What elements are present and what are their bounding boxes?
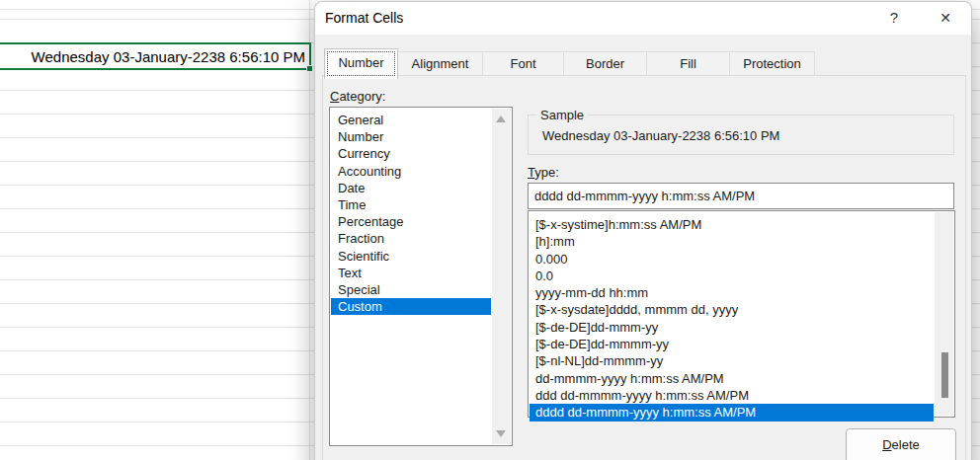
cell-value: Wednesday 03-January-2238 6:56:10 PM	[32, 48, 305, 65]
tab-fill[interactable]: Fill	[646, 51, 730, 76]
scroll-up-icon[interactable]	[496, 115, 506, 122]
tab-border[interactable]: Border	[563, 51, 647, 76]
category-item[interactable]: Date	[331, 180, 491, 196]
type-item[interactable]: [$-nl-NL]dd-mmmm-yy	[530, 352, 953, 369]
help-icon[interactable]: ?	[877, 2, 911, 34]
type-item[interactable]: [$-de-DE]dd-mmm-yy	[530, 319, 953, 336]
fill-handle[interactable]	[306, 65, 313, 72]
type-item[interactable]: [$-de-DE]dd-mmmm-yy	[530, 336, 953, 352]
category-scrollbar[interactable]	[492, 109, 511, 444]
category-item[interactable]: Percentage	[331, 213, 491, 230]
type-item[interactable]: [$-x-sysdate]dddd, mmmm dd, yyyy	[530, 301, 953, 318]
selected-cell[interactable]: Wednesday 03-January-2238 6:56:10 PM	[0, 42, 311, 70]
category-item[interactable]: Scientific	[331, 248, 491, 265]
tab-alignment[interactable]: Alignment	[397, 51, 483, 76]
sample-groupbox: Sample Wednesday 03-January-2238 6:56:10…	[528, 115, 954, 155]
category-item-selected[interactable]: Custom	[331, 298, 491, 315]
type-listbox: [$-x-systime]h:mm:ss AM/PM [h]:mm 0.000 …	[528, 210, 955, 418]
category-item[interactable]: Accounting	[331, 163, 491, 180]
category-item[interactable]: Special	[331, 281, 491, 298]
dialog-title: Format Cells	[325, 2, 403, 34]
type-item[interactable]: yyyy-mm-dd hh:mm	[530, 284, 953, 301]
type-item[interactable]: [h]:mm	[530, 233, 953, 250]
type-item[interactable]: ddd dd-mmmm-yyyy h:mm:ss AM/PM	[530, 387, 953, 404]
type-item[interactable]: 0.000	[530, 251, 953, 268]
tab-font[interactable]: Font	[482, 51, 564, 76]
scroll-down-icon[interactable]	[496, 430, 506, 437]
category-item[interactable]: Currency	[331, 145, 491, 162]
type-input[interactable]	[528, 183, 954, 209]
category-item[interactable]: Text	[331, 265, 491, 281]
tab-number[interactable]: Number	[324, 48, 398, 79]
category-listbox: General Number Currency Accounting Date …	[329, 107, 513, 446]
delete-button[interactable]: Delete	[846, 428, 956, 460]
type-item[interactable]: [$-x-systime]h:mm:ss AM/PM	[530, 216, 953, 233]
category-item[interactable]: Fraction	[331, 230, 491, 247]
format-cells-dialog: Format Cells ? ✕ Number Alignment Font B…	[314, 1, 972, 460]
tab-protection[interactable]: Protection	[729, 51, 815, 76]
type-scrollbar-thumb[interactable]	[941, 352, 948, 398]
type-item[interactable]: 0.0	[530, 268, 953, 284]
close-icon[interactable]: ✕	[929, 2, 962, 34]
type-label: Type:	[528, 165, 559, 180]
tab-strip: Number Alignment Font Border Fill Protec…	[325, 48, 815, 76]
sample-value: Wednesday 03-January-2238 6:56:10 PM	[542, 128, 779, 143]
category-label: Category:	[330, 89, 385, 104]
category-item[interactable]: General	[331, 112, 491, 128]
type-item[interactable]: dd-mmmm-yyyy h:mm:ss AM/PM	[530, 370, 953, 387]
sample-legend: Sample	[536, 108, 588, 122]
type-item-selected[interactable]: dddd dd-mmmm-yyyy h:mm:ss AM/PM	[530, 404, 934, 421]
category-item[interactable]: Number	[331, 128, 491, 145]
dialog-titlebar: Format Cells ? ✕	[315, 2, 971, 35]
category-item[interactable]: Time	[331, 196, 491, 213]
